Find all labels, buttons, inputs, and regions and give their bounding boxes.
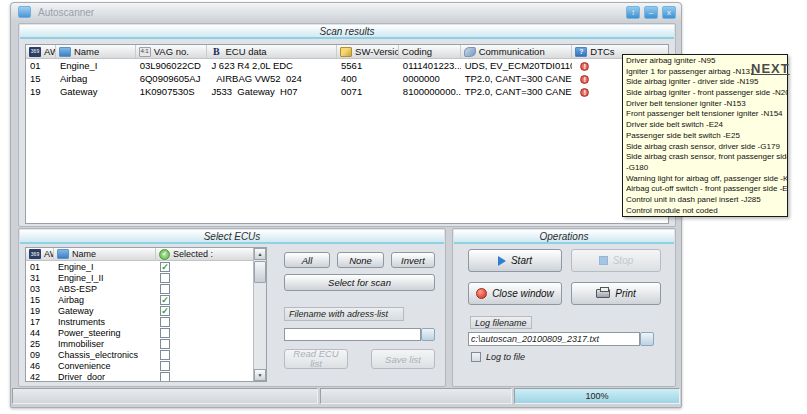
ecu-data-icon: B — [210, 47, 222, 57]
none-button[interactable]: None — [337, 252, 384, 268]
ecu-row[interactable]: 03ABS-ESP — [26, 283, 266, 294]
stop-button[interactable]: Stop — [571, 249, 661, 272]
ecu-checkbox[interactable] — [160, 339, 170, 349]
dtc-item: Driver side belt switch -E24 — [626, 120, 787, 131]
ecu-col-selected[interactable]: Selected : — [173, 249, 213, 259]
ecu-row[interactable]: 19Gateway✓ — [26, 305, 266, 316]
dtc-error-icon[interactable]: ! — [580, 75, 589, 84]
cell-comm: TP2.0, CANT=300 CANE=768 — [461, 73, 573, 84]
scroll-up-icon[interactable]: ▲ — [254, 248, 266, 260]
close-button[interactable]: x — [662, 6, 676, 19]
cell-comm: TP2.0, CANT=300 CANE=32E — [461, 86, 573, 97]
start-button[interactable]: Start — [468, 249, 562, 272]
ecu-checkbox[interactable]: ✓ — [160, 306, 170, 316]
ecu-row[interactable]: 25Immobiliser — [26, 338, 266, 349]
dtc-item: Warning light for airbag off, passenger … — [626, 174, 787, 185]
ecu-col-name[interactable]: Name — [72, 249, 96, 259]
minimize-button[interactable]: – — [644, 6, 658, 19]
ecu-name: Immobiliser — [54, 339, 156, 349]
ecu-list-header: 369AW Name ✓Selected : — [26, 248, 266, 261]
col-vag-no[interactable]: VAG no. — [154, 46, 189, 57]
col-coding[interactable]: Coding — [402, 46, 432, 57]
ecu-row[interactable]: 31Engine_I_II — [26, 272, 266, 283]
cell-vag: 1K0907530S — [136, 86, 208, 97]
ecu-checkbox[interactable] — [160, 372, 170, 382]
ecu-col-aw[interactable]: AW — [44, 249, 54, 259]
vag-no-icon: 4:1 — [139, 47, 151, 57]
ecu-name: Power_steering — [54, 328, 156, 338]
next-link[interactable]: NEXT — [751, 61, 790, 76]
scan-row[interactable]: 01 Engine_I 03L906022CD J 623 R4 2,0L ED… — [26, 59, 668, 72]
cell-vag: 03L906022CD — [136, 60, 208, 71]
all-button[interactable]: All — [284, 252, 330, 268]
ecu-checkbox[interactable] — [160, 350, 170, 360]
rollup-button[interactable]: ↕ — [626, 6, 640, 19]
cell-name: Gateway — [56, 86, 136, 97]
sw-version-icon — [340, 47, 352, 57]
col-name[interactable]: Name — [74, 46, 99, 57]
scan-row[interactable]: 19 Gateway 1K0907530S J533 Gateway H07 0… — [26, 85, 668, 98]
scrollbar-thumb[interactable] — [254, 261, 266, 283]
browse-icon[interactable] — [640, 332, 654, 346]
aw-icon: 369 — [29, 47, 41, 57]
cell-sw: 400 — [337, 73, 399, 84]
red-circle-icon — [476, 288, 487, 299]
communication-icon — [464, 47, 476, 57]
status-panel-middle — [320, 388, 512, 404]
select-for-scan-button[interactable]: Select for scan — [284, 274, 435, 291]
dtc-item: Side airbag crash sensor, driver side -G… — [626, 142, 787, 153]
ecu-row[interactable]: 17Instruments — [26, 316, 266, 327]
cell-coding: 8100000000... — [399, 86, 461, 97]
print-button[interactable]: Print — [571, 282, 661, 305]
ecu-aw: 01 — [26, 262, 54, 272]
browse-icon[interactable] — [421, 328, 435, 341]
log-filename-input[interactable] — [468, 332, 640, 346]
ecu-aw: 03 — [26, 284, 54, 294]
close-window-button[interactable]: Close window — [468, 282, 562, 305]
ecu-row[interactable]: 09Chassis_electronics — [26, 349, 266, 360]
aw-icon: 369 — [29, 249, 41, 259]
scan-results-group: Scan results 369AW Name 4:1VAG no. BECU … — [18, 23, 676, 227]
cell-ecu: AIRBAG VW52 024 — [207, 73, 337, 84]
ecu-name: Chassis_electronics — [54, 350, 156, 360]
col-dtcs[interactable]: DTCs — [590, 46, 614, 57]
dtc-item: Front passenger belt tensioner igniter -… — [626, 109, 787, 120]
ecu-checkbox[interactable]: ✓ — [160, 295, 170, 305]
status-panel-left — [12, 388, 318, 404]
ecu-aw: 25 — [26, 339, 54, 349]
log-to-file-checkbox[interactable] — [471, 352, 481, 362]
dtc-item: Side airbag igniter - front passenger si… — [626, 88, 787, 99]
ecu-list-scrollbar[interactable]: ▲ ▼ — [253, 248, 266, 381]
dtc-item: Airbag cut-off switch - front passenger … — [626, 184, 787, 195]
col-aw[interactable]: AW — [44, 46, 56, 57]
cell-aw: 15 — [26, 73, 56, 84]
screen: Autoscanner ↕ – x Scan results 369AW Nam… — [0, 0, 807, 414]
ecu-row[interactable]: 42Driver_door — [26, 371, 266, 382]
read-ecu-list-button[interactable]: Read ECU list — [284, 349, 348, 369]
ecu-checkbox[interactable] — [160, 328, 170, 338]
selected-check-icon: ✓ — [159, 249, 170, 260]
col-communication[interactable]: Communication — [479, 46, 545, 57]
dtc-error-icon[interactable]: ! — [580, 88, 589, 97]
name-icon — [57, 249, 69, 259]
ecu-checkbox[interactable] — [160, 273, 170, 283]
col-sw-version[interactable]: SW-Version — [355, 46, 399, 57]
log-to-file-option[interactable]: Log to file — [471, 352, 525, 362]
ecu-row[interactable]: 15Airbag✓ — [26, 294, 266, 305]
invert-button[interactable]: Invert — [391, 252, 435, 268]
ecu-row[interactable]: 01Engine_I✓ — [26, 261, 266, 272]
ecu-checkbox[interactable]: ✓ — [160, 262, 170, 272]
scan-row[interactable]: 15 Airbag 6Q0909605AJ AIRBAG VW52 024 40… — [26, 72, 668, 85]
ecu-checkbox[interactable] — [160, 317, 170, 327]
ecu-row[interactable]: 46Convenience — [26, 360, 266, 371]
ecu-aw: 19 — [26, 306, 54, 316]
log-filename-label: Log filename — [470, 316, 532, 329]
col-ecu-data[interactable]: ECU data — [225, 46, 266, 57]
address-list-filename-input[interactable] — [284, 328, 421, 341]
scroll-down-icon[interactable]: ▼ — [254, 369, 266, 381]
ecu-checkbox[interactable] — [160, 361, 170, 371]
ecu-checkbox[interactable] — [160, 284, 170, 294]
ecu-row[interactable]: 44Power_steering — [26, 327, 266, 338]
dtc-error-icon[interactable]: ! — [580, 62, 589, 71]
save-list-button[interactable]: Save list — [371, 349, 435, 369]
